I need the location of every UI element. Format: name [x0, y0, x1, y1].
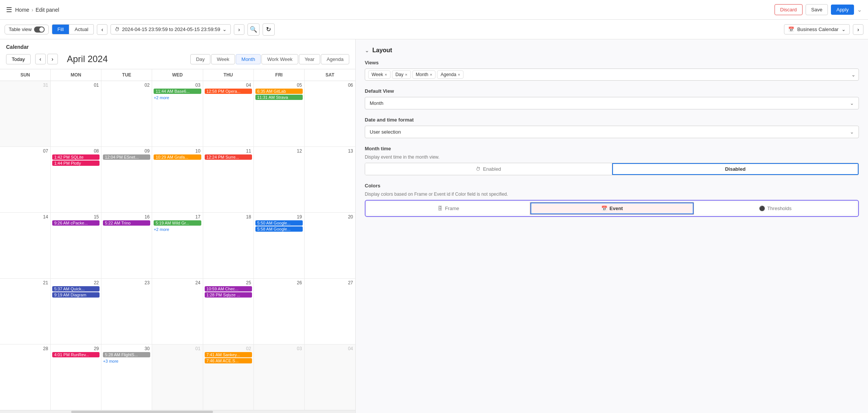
day-cell[interactable]: 225:37 AM Quick...9:19 AM Diagram	[51, 279, 101, 344]
day-cell[interactable]: 24	[152, 279, 203, 344]
day-cell[interactable]: 07	[0, 147, 51, 212]
event-pill[interactable]: 5:19 AM Wild Gr...	[154, 220, 201, 226]
fill-button[interactable]: Fill	[52, 24, 70, 34]
calendar-scrollbar-thumb[interactable]	[71, 411, 213, 413]
day-cell[interactable]: 18	[203, 213, 254, 278]
day-cell[interactable]: 14	[0, 213, 51, 278]
event-pill[interactable]: 9:19 AM Diagram	[52, 292, 100, 298]
event-pill[interactable]: 12:58 PM Opera...	[205, 89, 252, 94]
more-events-link[interactable]: +2 more	[154, 227, 201, 232]
event-pill[interactable]: 5:58 AM Google...	[255, 226, 303, 232]
day-cell[interactable]: 28	[0, 344, 51, 410]
views-dropdown-icon[interactable]: ⌄	[851, 72, 856, 78]
day-cell[interactable]: 027:41 AM Sankey...7:46 AM ACE.S...	[203, 344, 254, 410]
color-frame-option[interactable]: 🗄 Frame	[367, 202, 530, 215]
calendar-next-button[interactable]: ›	[47, 54, 58, 64]
event-pill[interactable]: 5:50 AM Google...	[255, 220, 303, 226]
month-time-enabled-option[interactable]: ⏱ Enabled	[365, 163, 612, 175]
day-cell[interactable]: 31	[0, 81, 51, 146]
event-pill[interactable]: 5:37 AM Quick...	[52, 286, 100, 291]
event-pill[interactable]: 1:42 PM SQLite	[52, 154, 100, 160]
today-button[interactable]: Today	[6, 54, 31, 64]
calendar-next-button[interactable]: ›	[853, 24, 863, 35]
refresh-button[interactable]: ↻	[263, 23, 275, 36]
event-pill[interactable]: 12:04 PM ESnet...	[103, 154, 150, 160]
calendar-prev-button[interactable]: ‹	[35, 54, 46, 64]
menu-icon[interactable]: ☰	[6, 6, 12, 14]
event-pill[interactable]: 5:22 AM Trino	[103, 220, 150, 226]
day-cell[interactable]: 195:50 AM Google...5:58 AM Google...	[254, 213, 305, 278]
view-tag-month-remove[interactable]: ×	[430, 72, 432, 77]
day-cell[interactable]: 165:22 AM Trino	[101, 213, 152, 278]
tab-workweek[interactable]: Work Week	[261, 54, 298, 64]
breadcrumb-home[interactable]: Home	[15, 7, 29, 13]
tab-day[interactable]: Day	[190, 54, 210, 64]
day-cell[interactable]: 01	[51, 81, 101, 146]
tab-week[interactable]: Week	[211, 54, 235, 64]
toggle-pill[interactable]	[34, 26, 45, 33]
day-cell[interactable]: 01	[152, 344, 203, 410]
event-pill[interactable]: 4:01 PM RunRev...	[52, 352, 100, 357]
event-pill[interactable]: 5:28 AM FlightS...	[103, 352, 150, 357]
day-cell[interactable]: 2510:59 AM Chec...1:28 PM Sqlyze ...	[203, 279, 254, 344]
event-pill[interactable]: 11:31 AM Strava	[255, 95, 303, 100]
layout-section-header[interactable]: ⌄ Layout	[365, 47, 859, 54]
view-tag-day-remove[interactable]: ×	[405, 72, 407, 77]
day-cell[interactable]: 056:35 AM GitLab11:31 AM Strava	[254, 81, 305, 146]
event-pill[interactable]: 9:26 AM cPacke...	[52, 220, 100, 226]
actual-button[interactable]: Actual	[69, 24, 94, 34]
day-cell[interactable]: 081:42 PM SQLite1:44 PM Plotly	[51, 147, 101, 212]
event-pill[interactable]: 11:44 AM Base6...	[154, 89, 201, 94]
topbar-chevron-icon[interactable]: ⌄	[857, 6, 862, 13]
calendar-selector[interactable]: 📅 Business Calendar ⌄	[784, 24, 850, 34]
time-range-selector[interactable]: ⏱ 2024-04-15 23:59:59 to 2024-05-15 23:5…	[110, 24, 231, 34]
time-prev-button[interactable]: ‹	[97, 24, 107, 35]
day-cell[interactable]: 175:19 AM Wild Gr...+2 more	[152, 213, 203, 278]
time-next-button[interactable]: ›	[234, 24, 244, 35]
day-cell[interactable]: 13	[305, 147, 355, 212]
tab-agenda[interactable]: Agenda	[321, 54, 349, 64]
event-pill[interactable]: 1:28 PM Sqlyze ...	[205, 292, 252, 298]
day-cell[interactable]: 0311:44 AM Base6...+2 more	[152, 81, 203, 146]
zoom-button[interactable]: 🔍	[247, 23, 260, 36]
day-cell[interactable]: 06	[305, 81, 355, 146]
event-pill[interactable]: 10:29 AM Grafa...	[154, 154, 201, 160]
day-cell[interactable]: 02	[101, 81, 152, 146]
discard-button[interactable]: Discard	[775, 4, 803, 15]
day-cell[interactable]: 159:26 AM cPacke...	[51, 213, 101, 278]
tab-month[interactable]: Month	[236, 54, 261, 64]
day-cell[interactable]: 04	[305, 344, 355, 410]
table-view-toggle[interactable]: Table view	[5, 25, 49, 34]
day-cell[interactable]: 1112:24 PM Surre...	[203, 147, 254, 212]
save-button[interactable]: Save	[806, 4, 828, 15]
datetime-format-select[interactable]: User selection ⌄	[365, 126, 859, 138]
day-cell[interactable]: 21	[0, 279, 51, 344]
day-cell[interactable]: 26	[254, 279, 305, 344]
day-cell[interactable]: 12	[254, 147, 305, 212]
more-events-link[interactable]: +3 more	[103, 359, 150, 363]
day-cell[interactable]: 27	[305, 279, 355, 344]
day-cell[interactable]: 23	[101, 279, 152, 344]
more-events-link[interactable]: +2 more	[154, 95, 201, 100]
day-cell[interactable]: 0912:04 PM ESnet...	[101, 147, 152, 212]
view-tag-agenda-remove[interactable]: ×	[458, 72, 460, 77]
event-pill[interactable]: 7:46 AM ACE.S...	[205, 358, 252, 363]
tab-year[interactable]: Year	[299, 54, 320, 64]
color-event-option[interactable]: 📅 Event	[530, 202, 694, 215]
event-pill[interactable]: 6:35 AM GitLab	[255, 89, 303, 94]
default-view-select[interactable]: Month ⌄	[365, 97, 859, 109]
event-pill[interactable]: 7:41 AM Sankey...	[205, 352, 252, 357]
color-thresholds-option[interactable]: ⚫ Thresholds	[694, 202, 857, 215]
day-cell[interactable]: 305:28 AM FlightS...+3 more	[101, 344, 152, 410]
day-cell[interactable]: 294:01 PM RunRev...	[51, 344, 101, 410]
day-cell[interactable]: 0412:58 PM Opera...	[203, 81, 254, 146]
day-cell[interactable]: 20	[305, 213, 355, 278]
month-time-disabled-option[interactable]: Disabled	[612, 163, 859, 175]
apply-button[interactable]: Apply	[831, 5, 854, 15]
event-pill[interactable]: 12:24 PM Surre...	[205, 154, 252, 160]
day-cell[interactable]: 03	[254, 344, 305, 410]
day-cell[interactable]: 1010:29 AM Grafa...	[152, 147, 203, 212]
calendar-scrollbar[interactable]	[0, 410, 355, 413]
view-tag-week-remove[interactable]: ×	[384, 72, 387, 77]
event-pill[interactable]: 1:44 PM Plotly	[52, 161, 100, 166]
